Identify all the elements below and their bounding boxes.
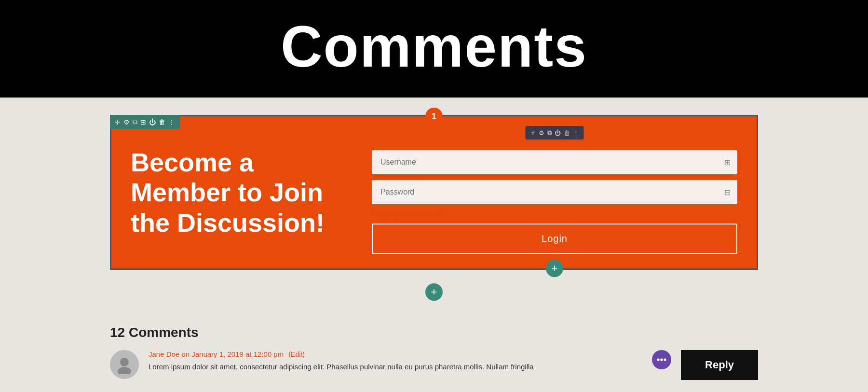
edit-comment-link[interactable]: (Edit)	[288, 350, 304, 358]
inner-power-icon[interactable]: ⏻	[555, 129, 561, 137]
svg-point-0	[120, 358, 129, 366]
password-wrapper: ⊟	[372, 180, 737, 204]
power-icon[interactable]: ⏻	[149, 118, 156, 126]
block-toolbar: ✛ ⚙ ⧉ ⊞ ⏻ 🗑 ⋮	[110, 115, 180, 129]
comment-options-button[interactable]: •••	[652, 350, 671, 369]
avatar-icon	[115, 355, 134, 374]
comment-body: Jane Doe on January 1, 2019 at 12:00 pm …	[149, 350, 642, 373]
add-block-button-bottom[interactable]: +	[546, 260, 563, 277]
inner-toolbar: ✛ ⚙ ⧉ ⏻ 🗑 ⋮	[526, 126, 584, 140]
outer-block-toolbar: ✛ ⚙ ⧉ ⊞ ⏻ 🗑 ⋮	[110, 115, 180, 129]
svg-point-1	[118, 367, 131, 374]
member-text-area: Become a Member to Join the Discussion!	[111, 116, 353, 268]
main-content: ✛ ⚙ ⧉ ⊞ ⏻ 🗑 ⋮ 1 Become a Member to Join …	[0, 115, 868, 380]
username-input[interactable]	[372, 150, 737, 174]
inner-move-icon[interactable]: ✛	[530, 129, 536, 137]
username-icon: ⊞	[724, 158, 731, 167]
settings-icon[interactable]: ⚙	[123, 118, 130, 126]
username-wrapper: ⊞	[372, 150, 737, 174]
comment-item: Jane Doe on January 1, 2019 at 12:00 pm …	[110, 350, 758, 380]
more-icon[interactable]: ⋮	[168, 118, 175, 126]
password-input[interactable]	[372, 180, 737, 204]
comments-section: 12 Comments Jane Doe on January 1, 2019 …	[110, 325, 758, 380]
comment-text: Lorem ipsum dolor sit amet, consectetur …	[149, 361, 642, 373]
block-badge: 1	[425, 108, 443, 125]
reply-button[interactable]: Reply	[681, 350, 758, 380]
inner-settings-icon[interactable]: ⚙	[539, 129, 544, 137]
comments-count: 12 Comments	[110, 325, 758, 340]
password-icon: ⊟	[724, 188, 731, 197]
member-block-wrapper: 1 Become a Member to Join the Discussion…	[110, 115, 758, 270]
inner-delete-icon[interactable]: 🗑	[564, 129, 570, 137]
move-icon[interactable]: ✛	[115, 118, 121, 126]
options-dots-icon: •••	[657, 354, 667, 365]
comment-author: Jane Doe	[149, 350, 179, 358]
grid-icon[interactable]: ⊞	[140, 118, 146, 126]
inner-duplicate-icon[interactable]: ⧉	[547, 129, 552, 137]
page-header: Comments	[0, 0, 868, 98]
member-login-area: ✛ ⚙ ⧉ ⏻ 🗑 ⋮ ⊞ ⊟ Forgot yo	[353, 116, 757, 268]
add-section-wrapper: +	[0, 283, 868, 301]
member-heading: Become a Member to Join the Discussion!	[131, 147, 333, 237]
comment-meta: Jane Doe on January 1, 2019 at 12:00 pm …	[149, 350, 642, 358]
member-block: Become a Member to Join the Discussion! …	[111, 116, 757, 268]
comment-avatar	[110, 350, 139, 379]
duplicate-icon[interactable]: ⧉	[133, 118, 137, 126]
comment-date: on January 1, 2019 at 12:00 pm	[181, 350, 284, 358]
add-section-button[interactable]: +	[425, 283, 443, 301]
page-title: Comments	[0, 14, 868, 78]
forgot-password-link[interactable]: Forgot your password?	[372, 210, 737, 218]
delete-icon[interactable]: 🗑	[159, 118, 165, 126]
login-button[interactable]: Login	[372, 224, 737, 254]
inner-more-icon[interactable]: ⋮	[573, 129, 579, 137]
